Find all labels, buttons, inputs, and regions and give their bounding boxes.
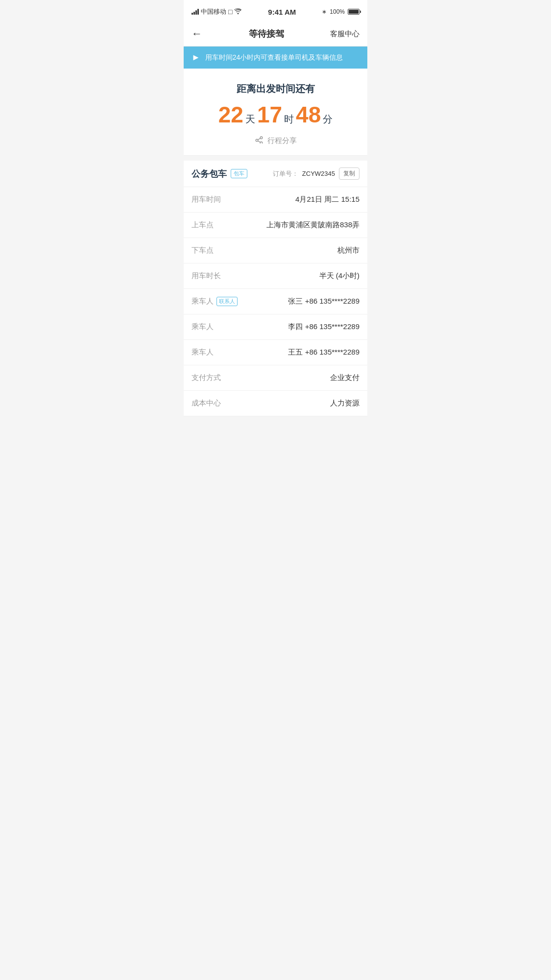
- countdown-minutes: 48: [296, 103, 321, 126]
- detail-value: 李四 +86 135****2289: [288, 322, 359, 332]
- detail-row: 乘车人王五 +86 135****2289: [184, 340, 367, 365]
- detail-value: 4月21日 周二 15:15: [295, 195, 359, 204]
- contact-badge: 联系人: [216, 297, 238, 306]
- countdown-card: 距离出发时间还有 22 天 17 时 48 分 行程分享: [184, 69, 367, 156]
- section-divider: [184, 156, 367, 161]
- countdown-timer: 22 天 17 时 48 分: [193, 103, 358, 126]
- battery-percent: 100%: [330, 8, 345, 15]
- detail-value: 张三 +86 135****2289: [288, 297, 359, 306]
- detail-row: 下车点杭州市: [184, 238, 367, 263]
- order-header-left: 公务包车 包车: [192, 168, 247, 180]
- order-type-badge: 包车: [231, 169, 247, 178]
- status-left: 中国移动 □: [192, 7, 242, 16]
- svg-point-1: [256, 139, 258, 142]
- signal-bars-icon: [192, 9, 199, 15]
- countdown-title: 距离出发时间还有: [193, 82, 358, 96]
- detail-row: 乘车人联系人张三 +86 135****2289: [184, 289, 367, 314]
- detail-value: 杭州市: [337, 246, 359, 255]
- order-detail-rows: 用车时间4月21日 周二 15:15上车点上海市黄浦区黄陂南路838弄下车点杭州…: [184, 187, 367, 416]
- hours-unit: 时: [284, 113, 294, 126]
- detail-label: 成本中心: [192, 399, 221, 408]
- minutes-unit: 分: [323, 113, 333, 126]
- detail-value: 人力资源: [330, 399, 359, 408]
- countdown-hours: 17: [257, 103, 282, 126]
- detail-label: 乘车人: [192, 348, 214, 357]
- detail-value: 王五 +86 135****2289: [288, 348, 359, 357]
- info-banner: ► 用车时间24小时内可查看接单司机及车辆信息: [184, 47, 367, 69]
- nav-bar: ← 等待接驾 客服中心: [184, 22, 367, 47]
- svg-point-2: [260, 142, 263, 144]
- detail-row: 用车时长半天 (4小时): [184, 263, 367, 289]
- days-unit: 天: [245, 113, 255, 126]
- svg-line-3: [258, 141, 260, 143]
- detail-row: 成本中心人力资源: [184, 391, 367, 416]
- detail-label: 乘车人联系人: [192, 297, 238, 306]
- speaker-icon: ►: [192, 52, 200, 63]
- battery-icon: [348, 9, 359, 15]
- copy-button[interactable]: 复制: [339, 167, 359, 180]
- svg-point-0: [260, 137, 263, 139]
- wifi-icon: □: [228, 8, 242, 16]
- detail-label: 下车点: [192, 246, 214, 255]
- order-number-value: ZCYW2345: [302, 170, 335, 177]
- bluetooth-icon: ∗: [322, 8, 327, 15]
- share-icon: [255, 136, 264, 145]
- detail-row: 用车时间4月21日 周二 15:15: [184, 187, 367, 213]
- order-number-label: 订单号：: [273, 169, 298, 178]
- customer-service-button[interactable]: 客服中心: [330, 29, 359, 39]
- status-right: ∗ 100%: [322, 8, 359, 15]
- detail-label: 乘车人: [192, 322, 214, 332]
- detail-row: 上车点上海市黄浦区黄陂南路838弄: [184, 213, 367, 238]
- order-header: 公务包车 包车 订单号： ZCYW2345 复制: [184, 161, 367, 187]
- status-bar: 中国移动 □ 9:41 AM ∗ 100%: [184, 0, 367, 22]
- nav-title: 等待接驾: [249, 28, 284, 40]
- banner-text: 用车时间24小时内可查看接单司机及车辆信息: [205, 53, 343, 62]
- order-title: 公务包车: [192, 168, 227, 180]
- order-header-right: 订单号： ZCYW2345 复制: [273, 167, 359, 180]
- detail-row: 支付方式企业支付: [184, 365, 367, 391]
- countdown-days: 22: [218, 103, 243, 126]
- carrier-label: 中国移动: [201, 7, 226, 16]
- share-trip-label: 行程分享: [267, 136, 297, 145]
- detail-label: 用车时长: [192, 271, 221, 281]
- back-button[interactable]: ←: [192, 27, 202, 40]
- detail-row: 乘车人李四 +86 135****2289: [184, 314, 367, 340]
- detail-label: 用车时间: [192, 195, 221, 204]
- status-time: 9:41 AM: [268, 8, 296, 16]
- detail-value: 半天 (4小时): [319, 271, 360, 281]
- detail-label: 支付方式: [192, 373, 221, 382]
- detail-label: 上车点: [192, 220, 214, 230]
- svg-line-4: [258, 138, 260, 140]
- detail-value: 企业支付: [330, 373, 359, 382]
- share-trip-button[interactable]: 行程分享: [193, 136, 358, 145]
- detail-value: 上海市黄浦区黄陂南路838弄: [266, 220, 359, 230]
